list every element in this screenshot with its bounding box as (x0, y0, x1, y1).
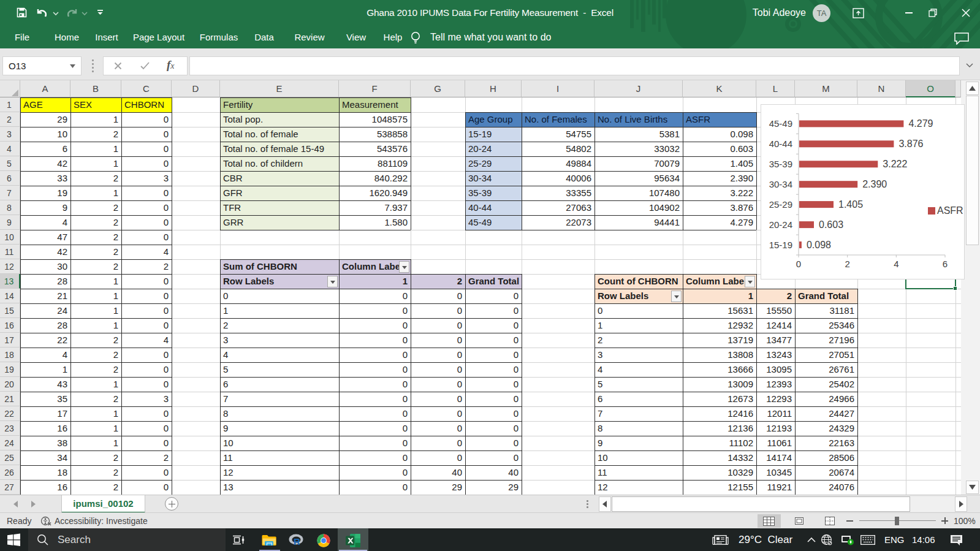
svg-text:4.279: 4.279 (908, 118, 933, 129)
svg-text:40-44: 40-44 (769, 139, 792, 149)
svg-text:R: R (294, 536, 300, 547)
svg-text:0.603: 0.603 (819, 219, 843, 230)
svg-text:4: 4 (894, 259, 898, 269)
svg-text:30-34: 30-34 (769, 179, 792, 189)
svg-text:0: 0 (796, 259, 801, 269)
svg-text:ASFR: ASFR (937, 205, 963, 216)
svg-text:6: 6 (943, 259, 948, 269)
svg-text:20-24: 20-24 (769, 219, 792, 230)
svg-text:2.390: 2.390 (862, 179, 887, 189)
svg-text:15-19: 15-19 (769, 240, 792, 250)
svg-text:35-39: 35-39 (769, 159, 792, 169)
svg-text:0.098: 0.098 (807, 240, 831, 250)
svg-text:3.222: 3.222 (883, 159, 907, 169)
svg-text:2: 2 (845, 259, 850, 269)
svg-text:3.876: 3.876 (898, 139, 923, 149)
svg-text:25-29: 25-29 (769, 199, 792, 210)
svg-text:45-49: 45-49 (769, 118, 792, 129)
svg-text:1.405: 1.405 (838, 199, 863, 210)
